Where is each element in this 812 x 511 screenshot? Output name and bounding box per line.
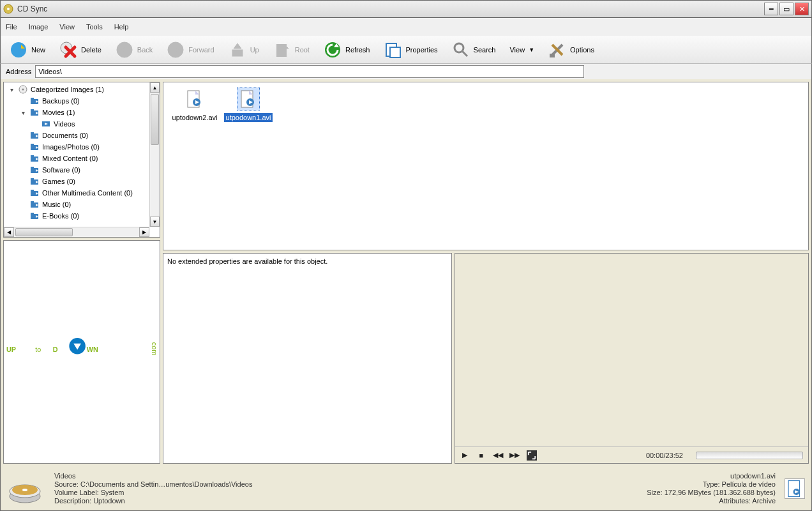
tree-item-label: E-Books (0) — [42, 212, 79, 220]
tree-panel: ▾Categorized Images (1)Backups (0)▾Movie… — [3, 82, 160, 238]
stop-button[interactable]: ■ — [477, 451, 486, 460]
delete-button[interactable]: Delete — [53, 38, 108, 61]
folder-icon — [29, 211, 40, 221]
status-filename: utpodown1.avi — [647, 472, 776, 480]
file-name-label: uptodown2.avi — [170, 113, 220, 122]
disk-icon — [7, 471, 43, 507]
menu-help[interactable]: Help — [114, 23, 129, 31]
up-icon — [229, 41, 246, 59]
file-name-label: utpodown1.avi — [224, 113, 273, 122]
tree-item[interactable]: Documents (0) — [4, 130, 149, 141]
folder-icon — [29, 142, 40, 152]
close-button[interactable]: ✕ — [795, 3, 809, 15]
player-progress[interactable] — [696, 452, 803, 459]
status-description: Description: Uptodown — [54, 497, 252, 505]
menu-view[interactable]: View — [59, 23, 75, 31]
up-button[interactable]: Up — [222, 38, 266, 61]
address-label: Address — [6, 68, 31, 75]
svg-point-11 — [455, 43, 463, 52]
tree-item-label: Images/Photos (0) — [42, 143, 100, 151]
menu-bar: File Image View Tools Help — [0, 18, 812, 36]
tree-item[interactable]: Other Multimedia Content (0) — [4, 187, 149, 199]
folder-icon — [29, 188, 40, 198]
new-button[interactable]: New — [3, 38, 52, 61]
properties-message: No extended properties are available for… — [167, 257, 327, 265]
svg-point-14 — [22, 89, 24, 91]
svg-rect-27 — [31, 167, 34, 169]
svg-rect-12 — [550, 54, 555, 57]
fastfwd-button[interactable]: ▶▶ — [510, 451, 519, 460]
folder-icon — [29, 199, 40, 210]
properties-icon — [384, 41, 402, 59]
svg-rect-25 — [31, 155, 34, 157]
back-label: Back — [137, 46, 153, 54]
video-icon — [41, 119, 51, 129]
tree-item[interactable]: Videos — [4, 118, 149, 130]
menu-tools[interactable]: Tools — [86, 23, 103, 31]
refresh-label: Refresh — [345, 46, 370, 54]
svg-point-1 — [7, 8, 10, 10]
tree-item[interactable]: E-Books (0) — [4, 210, 149, 222]
rewind-button[interactable]: ◀◀ — [493, 451, 502, 460]
preview-panel: UP to D WN com — [3, 240, 160, 464]
svg-rect-23 — [31, 144, 34, 146]
tree-hscrollbar[interactable]: ◀▶ — [4, 227, 149, 237]
search-button[interactable]: Search — [446, 38, 502, 61]
tree-expander-icon[interactable]: ▾ — [19, 109, 27, 116]
file-item[interactable]: utpodown1.avi — [222, 88, 274, 122]
svg-point-50 — [22, 489, 27, 491]
address-bar: Address — [0, 64, 812, 79]
maximize-button[interactable]: ▭ — [779, 3, 793, 15]
view-dropdown-button[interactable]: View ▼ — [503, 43, 541, 56]
root-button[interactable]: Root — [267, 38, 316, 61]
tree-item[interactable]: ▾Movies (1) — [4, 107, 149, 118]
svg-text:UP: UP — [6, 346, 16, 353]
address-input[interactable] — [35, 65, 584, 78]
minimize-button[interactable]: ━ — [764, 3, 778, 15]
options-label: Options — [570, 46, 594, 54]
file-view[interactable]: uptodown2.aviutpodown1.avi — [163, 82, 809, 250]
play-button[interactable]: ▶ — [460, 451, 469, 460]
chevron-down-icon: ▼ — [529, 47, 534, 53]
back-button[interactable]: Back — [109, 38, 159, 61]
forward-label: Forward — [188, 46, 214, 54]
properties-button[interactable]: Properties — [377, 38, 444, 61]
disc-icon — [18, 84, 28, 95]
tree-item-label: Software (0) — [42, 166, 80, 174]
tree-item[interactable]: Games (0) — [4, 176, 149, 187]
forward-button[interactable]: Forward — [160, 38, 220, 61]
uptodown-logo: UP to D WN com — [6, 333, 157, 361]
tree-item-label: Backups (0) — [42, 97, 80, 105]
tree-expander-icon[interactable]: ▾ — [8, 86, 15, 93]
options-icon — [548, 41, 566, 59]
tree-item[interactable]: Mixed Content (0) — [4, 153, 149, 164]
options-button[interactable]: Options — [542, 38, 601, 61]
refresh-button[interactable]: Refresh — [317, 38, 377, 61]
view-label: View — [509, 46, 525, 54]
search-icon — [452, 41, 470, 59]
video-file-icon — [183, 88, 206, 111]
menu-image[interactable]: Image — [29, 23, 49, 31]
status-type: Type: Película de vídeo — [647, 480, 776, 488]
file-item[interactable]: uptodown2.avi — [169, 88, 221, 122]
delete-label: Delete — [81, 46, 102, 54]
svg-rect-21 — [31, 132, 34, 134]
status-size: Size: 172,96 MBytes (181.362.688 bytes) — [647, 489, 776, 496]
tree-item[interactable]: Software (0) — [4, 164, 149, 176]
tree-item[interactable]: Backups (0) — [4, 95, 149, 107]
status-attrs: Attributes: Archive — [647, 497, 776, 505]
tree-item[interactable]: Music (0) — [4, 199, 149, 210]
svg-rect-33 — [31, 201, 34, 203]
status-source: Source: C:\Documents and Settin…umentos\… — [54, 480, 252, 488]
menu-file[interactable]: File — [6, 23, 17, 31]
tree-item[interactable]: ▾Categorized Images (1) — [4, 84, 149, 95]
folder-icon — [29, 96, 40, 106]
folder-icon — [29, 153, 40, 164]
video-file-icon — [237, 88, 260, 111]
fullscreen-button[interactable] — [527, 450, 537, 461]
tree-item[interactable]: Images/Photos (0) — [4, 141, 149, 153]
folder-icon — [29, 130, 40, 141]
svg-rect-35 — [31, 213, 34, 215]
app-icon — [3, 4, 13, 14]
tree-vscrollbar[interactable]: ▲ ▼ — [149, 82, 160, 227]
